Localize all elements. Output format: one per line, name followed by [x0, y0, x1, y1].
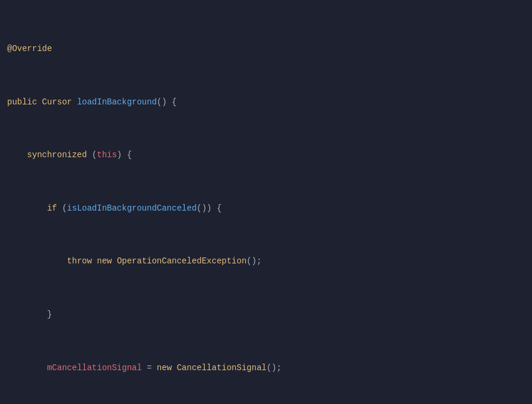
code-line-6: } — [0, 308, 532, 321]
code-line-7: mCancellationSignal = new CancellationSi… — [0, 361, 532, 374]
keyword-new: new — [97, 256, 112, 266]
keyword-throw: throw — [67, 256, 92, 266]
code-line-2: public Cursor loadInBackground() { — [0, 96, 532, 109]
method-isload: isLoadInBackgroundCanceled — [67, 203, 197, 213]
method-name: loadInBackground — [77, 97, 157, 107]
code-line-4: if (isLoadInBackgroundCanceled()) { — [0, 202, 532, 215]
type-cancellation: CancellationSignal — [177, 363, 267, 373]
code-line-1: @Override — [0, 42, 532, 55]
keyword-new2: new — [157, 363, 172, 373]
code-line-3: synchronized (this) { — [0, 148, 532, 161]
code-line-5: throw new OperationCanceledException(); — [0, 255, 532, 268]
code-editor: @Override public Cursor loadInBackground… — [0, 0, 532, 404]
type-exception: OperationCanceledException — [117, 256, 246, 266]
keyword-public: public — [7, 97, 37, 107]
annotation: @Override — [7, 44, 52, 53]
type-cursor: Cursor — [42, 97, 72, 107]
keyword-synchronized: synchronized — [27, 150, 87, 160]
keyword-this: this — [97, 150, 117, 160]
keyword-if: if — [47, 203, 57, 213]
var-cancellation: mCancellationSignal — [47, 363, 142, 373]
